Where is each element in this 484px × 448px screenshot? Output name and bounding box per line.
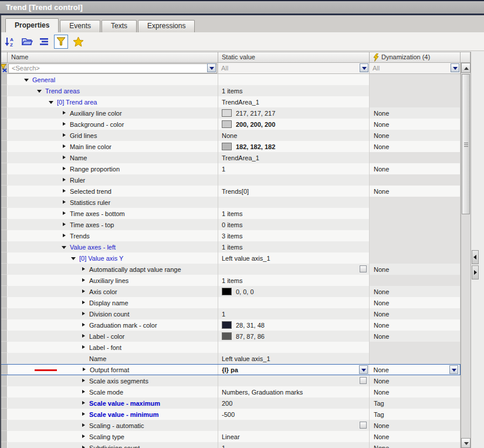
dynamization-cell[interactable]: None [370,442,461,448]
static-value-cell[interactable]: 200, 200, 200 [218,119,370,130]
expand-arrow-icon[interactable] [62,144,67,149]
property-row[interactable]: Auxiliary lines1 items [0,275,461,286]
checkbox[interactable] [360,422,367,429]
collapse-arrow-icon[interactable] [37,88,42,93]
static-value-cell[interactable]: 0, 0, 0 [218,286,370,297]
property-row[interactable]: Scale axis segmentsNone [0,375,461,386]
tab-properties[interactable]: Properties [5,18,59,32]
property-row[interactable]: Scale value - maximum200Tag [0,398,461,409]
property-row[interactable]: Grid linesNoneNone [0,130,461,141]
dynamization-cell[interactable]: Tag [370,409,461,420]
property-row[interactable]: Automatically adapt value rangeNone [0,264,461,275]
checkbox[interactable] [360,265,367,272]
scroll-up-button[interactable] [461,63,471,73]
checkbox[interactable] [360,377,367,384]
dynamization-cell[interactable]: None [370,130,461,141]
expand-arrow-icon[interactable] [81,334,86,339]
static-value-cell[interactable]: -500 [218,409,370,420]
property-row[interactable]: Scale modeNumbers, Graduation marksNone [0,386,461,398]
property-row[interactable]: Background - color200, 200, 200None [0,119,461,130]
column-header-name[interactable]: Name [8,52,218,63]
expand-arrow-icon[interactable] [81,412,86,417]
sort-az-button[interactable]: A Z [3,35,17,49]
dynamization-cell[interactable]: None [370,286,461,297]
expand-arrow-icon[interactable] [81,389,86,395]
dynamization-cell[interactable]: None [370,297,461,308]
static-value-cell[interactable] [218,197,370,208]
static-value-cell[interactable]: Numbers, Graduation marks [218,386,370,398]
dynamization-filter-select[interactable]: All [370,65,460,72]
static-value-cell[interactable]: 1 [218,442,370,448]
tab-expressions[interactable]: Expressions [138,20,195,32]
property-row[interactable]: Subdivision count1None [0,442,461,448]
static-value-cell[interactable]: 182, 182, 182 [218,141,370,152]
static-value-cell[interactable]: 3 items [218,230,370,241]
static-value-cell[interactable]: 0 items [218,219,370,230]
dynamization-cell[interactable]: None [370,319,461,331]
expand-arrow-icon[interactable] [62,222,67,227]
property-row[interactable]: [0] Trend areaTrendArea_1 [0,96,461,107]
static-value-cell[interactable]: 1 items [218,241,370,252]
scrollbar-thumb[interactable] [462,74,470,214]
dynamization-cell[interactable] [370,252,461,264]
expand-arrow-icon[interactable] [81,300,86,305]
dynamization-cell[interactable]: None [370,186,461,197]
tab-events[interactable]: Events [60,20,100,32]
property-row[interactable]: NameLeft value axis_1 [0,353,461,364]
expand-arrow-icon[interactable] [81,322,86,328]
property-row[interactable]: Display nameNone [0,297,461,308]
property-row[interactable]: Trend areas1 items [0,85,461,96]
static-value-cell[interactable]: Trends[0] [218,186,370,197]
property-row[interactable]: Selected trendTrends[0]None [0,186,461,197]
expand-arrow-icon[interactable] [81,289,86,294]
static-value-cell[interactable]: 28, 31, 48 [218,319,370,331]
expand-arrow-icon[interactable] [62,122,67,127]
collapse-arrow-icon[interactable] [62,244,67,250]
dynamization-cell[interactable]: None [370,431,461,442]
static-value-cell[interactable]: {I} pa [218,365,369,375]
expand-arrow-icon[interactable] [81,378,86,383]
property-row[interactable]: General [0,74,461,85]
expand-arrow-icon[interactable] [81,345,86,350]
column-header-dynamization[interactable]: Dynamization (4) [370,52,461,63]
expand-arrow-icon[interactable] [62,166,67,171]
static-value-cell[interactable]: 1 [218,308,370,319]
expand-arrow-icon[interactable] [62,233,67,238]
splitter-collapse-left-button[interactable] [472,250,479,264]
property-row[interactable]: Axis color0, 0, 0None [0,286,461,297]
property-row[interactable]: Ruler [0,174,461,186]
dynamization-cell[interactable]: None [370,163,461,174]
property-row[interactable]: Value axes - left1 items [0,241,461,252]
static-value-cell[interactable] [218,74,370,85]
dynamization-cell[interactable]: None [370,375,461,386]
dynamization-cell[interactable]: None [370,107,461,119]
expand-arrow-icon[interactable] [81,434,86,439]
folder-view-button[interactable] [20,35,34,49]
search-input[interactable]: <Search> [8,63,217,73]
dynamization-cell[interactable]: None [370,331,461,342]
static-filter-dropdown-button[interactable] [360,63,368,72]
dynamization-cell[interactable] [370,208,461,219]
static-value-cell[interactable]: None [218,130,370,141]
scroll-down-button[interactable] [461,438,471,448]
expand-arrow-icon[interactable] [62,211,67,216]
property-row[interactable]: Graduation mark - color28, 31, 48None [0,319,461,331]
property-row[interactable]: Label - font [0,342,461,353]
dynamization-cell[interactable] [370,74,461,85]
dynamization-cell[interactable] [370,96,461,107]
dynamization-cell[interactable]: Tag [370,398,461,409]
expand-arrow-icon[interactable] [62,155,67,160]
expand-arrow-icon[interactable] [81,423,86,428]
static-value-cell[interactable]: Linear [218,431,370,442]
property-row[interactable]: Main line color182, 182, 182None [0,141,461,152]
property-row[interactable]: NameTrendArea_1 [0,152,461,163]
static-value-cell[interactable]: TrendArea_1 [218,152,370,163]
expand-arrow-icon[interactable] [81,278,86,283]
static-value-cell[interactable] [218,297,370,308]
dynamization-cell[interactable]: None [369,365,460,375]
dynamization-cell[interactable]: None [370,119,461,130]
dynamization-cell[interactable] [370,85,461,96]
splitter-collapse-right-button[interactable] [472,265,479,279]
property-row[interactable]: [0] Value axis YLeft value axis_1 [0,252,461,264]
expand-arrow-icon[interactable] [82,367,87,372]
